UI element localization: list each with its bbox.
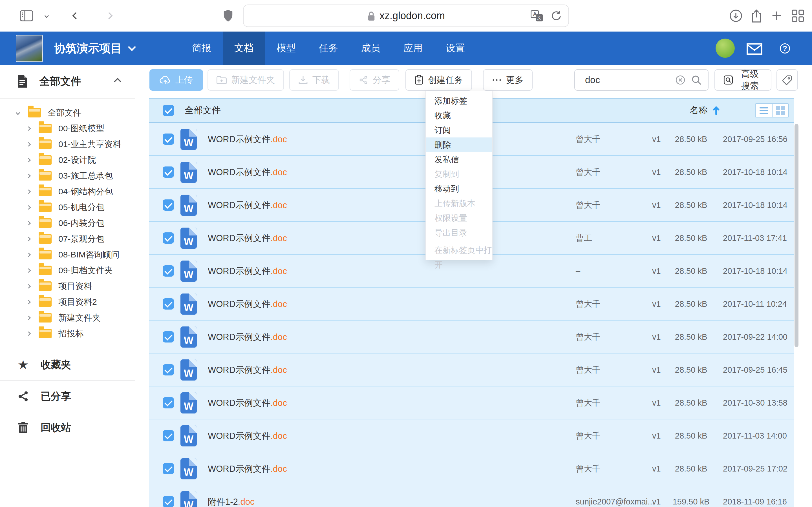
vertical-scrollbar[interactable]	[795, 124, 799, 347]
chevron-down-icon[interactable]	[16, 110, 20, 115]
nav-tab[interactable]: 任务	[307, 32, 350, 65]
menu-item[interactable]: 删除	[426, 137, 492, 152]
sidebar-all-files[interactable]: 全部文件	[0, 65, 135, 99]
file-name[interactable]: WORD示例文件.doc	[208, 123, 287, 156]
row-checkbox[interactable]	[163, 463, 174, 474]
row-checkbox[interactable]	[163, 133, 174, 145]
folder-item[interactable]: 07-景观分包	[0, 231, 135, 247]
new-tab-icon[interactable]	[770, 9, 783, 22]
user-avatar[interactable]	[716, 39, 735, 58]
sidebar-toggle-icon[interactable]	[20, 10, 33, 21]
file-name[interactable]: WORD示例文件.doc	[208, 288, 287, 321]
sidebar-item-favorites[interactable]: ★ 收藏夹	[0, 349, 135, 380]
file-name[interactable]: WORD示例文件.doc	[208, 255, 287, 288]
chevron-right-icon[interactable]	[27, 316, 31, 320]
chevron-right-icon[interactable]	[27, 284, 31, 288]
menu-item[interactable]: 订阅	[426, 123, 492, 137]
row-checkbox[interactable]	[163, 298, 174, 309]
folder-item[interactable]: 08-BIM咨询顾问	[0, 247, 135, 263]
menu-item[interactable]: 发私信	[426, 152, 492, 167]
file-name[interactable]: WORD示例文件.doc	[208, 222, 287, 255]
folder-item[interactable]: 06-内装分包	[0, 215, 135, 231]
tree-root-all-files[interactable]: 全部文件	[0, 105, 135, 121]
help-icon[interactable]: ?	[780, 43, 790, 54]
folder-item[interactable]: 03-施工总承包	[0, 168, 135, 184]
folder-item[interactable]: 04-钢结构分包	[0, 184, 135, 200]
back-button[interactable]	[73, 13, 79, 18]
row-checkbox[interactable]	[163, 200, 174, 211]
menu-item[interactable]: 复制到	[426, 167, 492, 181]
share-page-icon[interactable]	[750, 8, 763, 23]
menu-item[interactable]: 导出目录	[426, 225, 492, 240]
row-checkbox[interactable]	[163, 397, 174, 408]
chevron-right-icon[interactable]	[27, 237, 31, 241]
file-name[interactable]: WORD示例文件.doc	[208, 452, 287, 485]
project-logo[interactable]	[16, 35, 43, 62]
file-row[interactable]: W WORD示例文件.doc 曾大千 v1 28.50 kB 2017-10-1…	[149, 288, 794, 321]
nav-tab[interactable]: 简报	[181, 32, 223, 65]
menu-item[interactable]: 上传新版本	[426, 196, 492, 211]
row-checkbox[interactable]	[163, 232, 174, 244]
chevron-right-icon[interactable]	[27, 158, 31, 162]
menu-item[interactable]: 权限设置	[426, 211, 492, 225]
file-row[interactable]: W WORD示例文件.doc 曾大千 v1 28.50 kB 2017-09-2…	[149, 321, 794, 353]
downloads-icon[interactable]	[729, 9, 743, 22]
nav-tab[interactable]: 文档	[223, 32, 265, 65]
project-switcher[interactable]: 协筑演示项目	[54, 32, 135, 65]
row-checkbox[interactable]	[163, 166, 174, 178]
clear-search-icon[interactable]	[675, 75, 686, 85]
folder-item[interactable]: 00-图纸模型	[0, 121, 135, 136]
reload-icon[interactable]	[550, 10, 562, 22]
row-checkbox[interactable]	[163, 430, 174, 441]
file-row[interactable]: W WORD示例文件.doc 曾大千 v1 28.50 kB 2017-11-0…	[149, 419, 794, 452]
nav-tab[interactable]: 应用	[392, 32, 434, 65]
mail-icon[interactable]	[747, 43, 762, 55]
chevron-right-icon[interactable]	[27, 126, 31, 131]
file-name[interactable]: WORD示例文件.doc	[208, 419, 287, 452]
download-button[interactable]: 下载	[289, 69, 339, 91]
list-view-button[interactable]	[756, 104, 772, 117]
more-button[interactable]: 更多	[483, 69, 532, 91]
advanced-search-button[interactable]: 高级搜索	[714, 69, 771, 91]
row-checkbox[interactable]	[163, 331, 174, 342]
chevron-right-icon[interactable]	[27, 252, 31, 257]
folder-item[interactable]: 01-业主共享资料	[0, 136, 135, 152]
sort-control[interactable]: 名称	[690, 104, 720, 117]
chevron-right-icon[interactable]	[27, 268, 31, 273]
chevron-right-icon[interactable]	[27, 173, 31, 178]
file-row[interactable]: W WORD示例文件.doc 曾大千 v1 28.50 kB 2017-09-2…	[149, 353, 794, 386]
sidebar-toggle-chevron-icon[interactable]	[45, 14, 48, 17]
search-icon[interactable]	[691, 75, 702, 86]
chevron-right-icon[interactable]	[27, 205, 31, 210]
file-row[interactable]: W WORD示例文件.doc 曾大千 v1 28.50 kB 2017-09-2…	[149, 452, 794, 485]
translate-icon[interactable]: A文	[530, 10, 543, 21]
search-input[interactable]	[575, 75, 675, 86]
tag-button[interactable]	[776, 69, 798, 91]
select-all-checkbox[interactable]	[163, 105, 174, 116]
file-name[interactable]: WORD示例文件.doc	[208, 386, 287, 419]
folder-item[interactable]: 02-设计院	[0, 152, 135, 168]
folder-item[interactable]: 项目资料	[0, 278, 135, 294]
new-folder-button[interactable]: 新建文件夹	[207, 69, 284, 91]
folder-item[interactable]: 09-归档文件夹	[0, 263, 135, 278]
grid-view-button[interactable]	[772, 104, 788, 117]
forward-button[interactable]	[107, 13, 112, 18]
nav-tab[interactable]: 成员	[350, 32, 392, 65]
sidebar-item-recycle[interactable]: 回收站	[0, 412, 135, 443]
file-row[interactable]: W WORD示例文件.doc 曾大千 v1 28.50 kB 2017-10-3…	[149, 386, 794, 419]
menu-item[interactable]: 添加标签	[426, 94, 492, 108]
row-checkbox[interactable]	[163, 496, 174, 507]
menu-item[interactable]: 收藏	[426, 108, 492, 123]
collapse-icon[interactable]	[114, 78, 121, 85]
chevron-right-icon[interactable]	[27, 221, 31, 225]
chevron-right-icon[interactable]	[27, 189, 31, 194]
folder-item[interactable]: 招投标	[0, 326, 135, 341]
file-name[interactable]: WORD示例文件.doc	[208, 353, 287, 386]
folder-item[interactable]: 项目资料2	[0, 294, 135, 310]
create-task-button[interactable]: 创建任务	[405, 69, 472, 91]
file-name[interactable]: WORD示例文件.doc	[208, 156, 287, 189]
folder-item[interactable]: 新建文件夹	[0, 310, 135, 326]
chevron-right-icon[interactable]	[27, 331, 31, 336]
file-name[interactable]: 附件1-2.doc	[208, 485, 254, 507]
tab-overview-icon[interactable]	[791, 9, 805, 22]
